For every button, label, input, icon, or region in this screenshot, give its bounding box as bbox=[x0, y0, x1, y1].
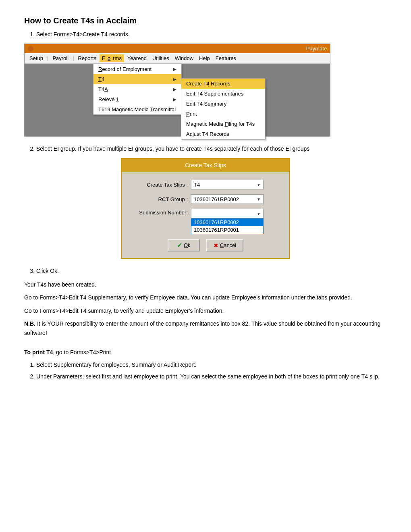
page-title: How to Create T4s in Acclaim bbox=[24, 16, 387, 25]
menu-item-roe[interactable]: Record of Employment ▶ bbox=[93, 64, 181, 74]
rct-group-label: RCT Group : bbox=[131, 196, 188, 202]
submenu-create-t4[interactable]: Create T4 Records bbox=[181, 79, 265, 89]
sep2: | bbox=[72, 55, 75, 61]
submenu-adjust[interactable]: Adjust T4 Records bbox=[181, 129, 265, 139]
step-2: Select EI group. If you have multiple EI… bbox=[36, 145, 387, 153]
create-tax-slips-label: Create Tax Slips : bbox=[131, 182, 188, 188]
menu-item-t4a[interactable]: T4A ▶ bbox=[93, 84, 181, 94]
submission-number-input[interactable]: ▼ bbox=[191, 209, 264, 218]
menu-features[interactable]: Features bbox=[213, 54, 239, 62]
sep1: | bbox=[46, 55, 49, 61]
create-tax-slips-arrow[interactable]: ▼ bbox=[257, 183, 261, 187]
submenu-print[interactable]: Print bbox=[181, 109, 265, 119]
step-1: Select Forms>T4>Create T4 records. bbox=[36, 30, 387, 39]
menu-item-t619[interactable]: T619 Magnetic Media Transmittal bbox=[93, 104, 181, 114]
dropdown-option-2[interactable]: 103601761RP0001 bbox=[191, 226, 263, 234]
create-tax-slips-input[interactable]: T4 ▼ bbox=[191, 180, 264, 189]
step-3: Click Ok. bbox=[36, 267, 387, 275]
rct-group-arrow[interactable]: ▼ bbox=[257, 197, 261, 202]
paymate-menubar: Setup | Payroll | Reports Forms Yearend … bbox=[25, 53, 330, 64]
t4-submenu: Create T4 Records Edit T4 Supplementarie… bbox=[181, 78, 266, 139]
menu-reports[interactable]: Reports bbox=[76, 54, 99, 62]
ok-icon: ✔ bbox=[177, 241, 182, 249]
cancel-label: Cancel bbox=[220, 242, 236, 248]
dialog-container: Create Tax Slips Create Tax Slips : T4 ▼… bbox=[24, 158, 387, 259]
menu-area: Record of Employment ▶ T4 ▶ T4A ▶ Relevé… bbox=[25, 64, 330, 136]
paymate-title-dot bbox=[28, 46, 33, 52]
submenu-edit-supplementaries[interactable]: Edit T4 Supplementaries bbox=[181, 89, 265, 99]
paymate-screenshot: Paymate Setup | Payroll | Reports Forms … bbox=[24, 44, 330, 137]
submission-number-arrow[interactable]: ▼ bbox=[257, 212, 261, 216]
dropdown-option-1[interactable]: 103601761RP0002 bbox=[191, 218, 263, 226]
create-tax-slips-row: Create Tax Slips : T4 ▼ bbox=[131, 180, 280, 189]
forms-dropdown: Record of Employment ▶ T4 ▶ T4A ▶ Relevé… bbox=[93, 64, 182, 115]
dialog-titlebar: Create Tax Slips bbox=[122, 159, 289, 172]
menu-help[interactable]: Help bbox=[197, 54, 212, 62]
submenu-magnetic-media[interactable]: Magnetic Media Filing for T4s bbox=[181, 119, 265, 129]
menu-item-t4[interactable]: T4 ▶ bbox=[93, 74, 181, 84]
para-print-heading: To print T4, go to Forms>T4>Print bbox=[24, 348, 387, 357]
menu-window[interactable]: Window bbox=[172, 54, 196, 62]
para-nb: N.B. It is YOUR responsibility to enter … bbox=[24, 319, 387, 337]
para-edit-summary: Go to Forms>T4>Edit T4 summary, to verif… bbox=[24, 306, 387, 315]
dialog-buttons: ✔ Ok ✖ Cancel bbox=[131, 239, 280, 251]
rct-group-input[interactable]: 103601761RP0002 ▼ bbox=[191, 194, 264, 204]
ok-button[interactable]: ✔ Ok bbox=[168, 239, 200, 251]
print-step-2: Under Parameters, select first and last … bbox=[36, 372, 387, 381]
menu-yearend[interactable]: Yearend bbox=[125, 54, 149, 62]
paymate-app-title: Paymate bbox=[306, 46, 327, 52]
submission-number-label: Submission Number: bbox=[131, 210, 188, 216]
para-t4s-created: Your T4s have been created. bbox=[24, 280, 387, 289]
menu-item-releve[interactable]: Relevé 1 ▶ bbox=[93, 94, 181, 104]
rct-group-row: RCT Group : 103601761RP0002 ▼ bbox=[131, 194, 280, 204]
dialog-body: Create Tax Slips : T4 ▼ RCT Group : 1036… bbox=[122, 172, 289, 258]
menu-setup[interactable]: Setup bbox=[27, 54, 46, 62]
menu-utilities[interactable]: Utilities bbox=[150, 54, 172, 62]
create-tax-slips-dialog: Create Tax Slips Create Tax Slips : T4 ▼… bbox=[121, 158, 290, 259]
para-edit-supplementary: Go to Forms>T4>Edit T4 Supplementary, to… bbox=[24, 293, 387, 302]
submission-number-row: Submission Number: ▼ 103601761RP0002 103… bbox=[131, 209, 280, 234]
print-step-1: Select Supplementary for employees, Summ… bbox=[36, 361, 387, 369]
cancel-button[interactable]: ✖ Cancel bbox=[206, 239, 243, 251]
submenu-edit-summary[interactable]: Edit T4 Summary bbox=[181, 99, 265, 109]
paymate-titlebar: Paymate bbox=[25, 44, 330, 53]
cancel-icon: ✖ bbox=[214, 242, 218, 249]
menu-payroll[interactable]: Payroll bbox=[50, 54, 71, 62]
menu-forms[interactable]: Forms bbox=[100, 54, 124, 62]
submission-number-dropdown-list: 103601761RP0002 103601761RP0001 bbox=[191, 218, 264, 234]
ok-label: Ok bbox=[184, 242, 191, 248]
